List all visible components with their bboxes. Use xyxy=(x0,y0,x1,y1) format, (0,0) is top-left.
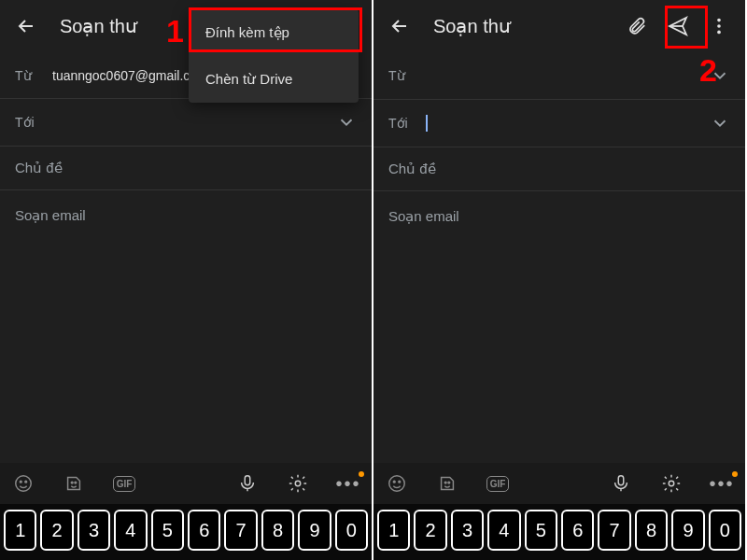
key-5[interactable]: 5 xyxy=(525,510,557,551)
mic-icon[interactable] xyxy=(233,469,261,497)
svg-point-12 xyxy=(399,481,401,483)
key-3[interactable]: 3 xyxy=(451,510,484,551)
key-2[interactable]: 2 xyxy=(414,510,446,551)
key-1[interactable]: 1 xyxy=(377,510,410,551)
more-icon[interactable]: ••• xyxy=(334,469,362,497)
key-6[interactable]: 6 xyxy=(188,510,220,551)
to-label: Tới xyxy=(15,115,52,130)
key-4[interactable]: 4 xyxy=(487,510,520,551)
subject-placeholder: Chủ đề xyxy=(15,160,63,175)
keyboard-number-row: 1 2 3 4 5 6 7 8 9 0 xyxy=(374,504,745,560)
sticker-icon[interactable] xyxy=(60,469,88,497)
svg-point-0 xyxy=(16,476,32,492)
keyboard-toolbar: GIF ••• xyxy=(0,463,372,504)
to-row[interactable]: Tới xyxy=(0,99,372,147)
key-7[interactable]: 7 xyxy=(598,510,630,551)
svg-point-4 xyxy=(75,482,77,483)
svg-rect-15 xyxy=(618,476,624,485)
menu-insert-drive[interactable]: Chèn từ Drive xyxy=(189,56,359,103)
svg-point-9 xyxy=(717,31,721,35)
svg-point-1 xyxy=(20,481,21,483)
keyboard-toolbar: GIF ••• xyxy=(374,463,745,504)
keyboard: GIF ••• 1 2 3 4 5 6 7 8 9 0 xyxy=(0,463,372,560)
key-9[interactable]: 9 xyxy=(671,510,704,551)
subject-input[interactable]: Chủ đề xyxy=(374,147,745,191)
emoji-icon[interactable] xyxy=(383,469,411,497)
menu-attach-file[interactable]: Đính kèm tệp xyxy=(189,9,359,56)
keyboard-number-row: 1 2 3 4 5 6 7 8 9 0 xyxy=(0,504,372,560)
chevron-down-icon[interactable] xyxy=(336,112,357,133)
svg-point-11 xyxy=(393,481,395,483)
svg-point-6 xyxy=(295,481,301,486)
svg-rect-5 xyxy=(245,476,250,485)
key-8[interactable]: 8 xyxy=(635,510,668,551)
compose-left-panel: Soạn thư Từ tuanngoc0607@gmail.cc Tới Ch… xyxy=(0,0,374,560)
subject-input[interactable]: Chủ đề xyxy=(0,147,372,190)
page-title: Soạn thư xyxy=(433,15,603,37)
overflow-icon[interactable] xyxy=(700,7,738,45)
back-icon[interactable] xyxy=(7,7,45,45)
svg-point-16 xyxy=(669,481,674,486)
svg-point-13 xyxy=(444,482,446,483)
topbar: Soạn thư xyxy=(374,0,745,52)
key-9[interactable]: 9 xyxy=(298,510,331,551)
body-input[interactable]: Soạn email xyxy=(374,191,745,242)
from-row[interactable]: Từ xyxy=(374,52,745,100)
key-8[interactable]: 8 xyxy=(261,510,294,551)
body-placeholder: Soạn email xyxy=(388,208,459,224)
attach-popup: Đính kèm tệp Chèn từ Drive xyxy=(189,9,359,103)
more-icon[interactable]: ••• xyxy=(708,469,736,497)
attach-icon[interactable] xyxy=(618,7,655,45)
subject-placeholder: Chủ đề xyxy=(388,161,436,176)
to-value xyxy=(426,115,710,132)
svg-point-3 xyxy=(71,482,73,483)
compose-right-panel: Soạn thư Từ Tới Chủ đề Soạn email xyxy=(374,0,747,560)
send-icon[interactable] xyxy=(659,7,697,45)
key-4[interactable]: 4 xyxy=(114,510,147,551)
gear-icon[interactable] xyxy=(657,469,685,497)
mic-icon[interactable] xyxy=(607,469,635,497)
text-cursor xyxy=(426,115,428,132)
key-1[interactable]: 1 xyxy=(4,510,36,551)
annotation-step1: 1 xyxy=(166,13,184,49)
key-0[interactable]: 0 xyxy=(709,510,741,551)
svg-point-10 xyxy=(389,476,405,492)
back-icon[interactable] xyxy=(381,7,418,45)
chevron-down-icon[interactable] xyxy=(710,113,730,133)
key-5[interactable]: 5 xyxy=(151,510,184,551)
gif-icon[interactable]: GIF xyxy=(110,469,138,497)
from-label: Từ xyxy=(388,68,426,83)
body-placeholder: Soạn email xyxy=(15,207,86,223)
from-label: Từ xyxy=(15,68,52,83)
key-0[interactable]: 0 xyxy=(335,510,368,551)
gif-icon[interactable]: GIF xyxy=(484,469,512,497)
gear-icon[interactable] xyxy=(284,469,312,497)
to-label: Tới xyxy=(388,116,426,131)
svg-point-8 xyxy=(717,24,721,28)
key-2[interactable]: 2 xyxy=(40,510,73,551)
key-6[interactable]: 6 xyxy=(561,510,594,551)
svg-point-7 xyxy=(717,19,721,22)
sticker-icon[interactable] xyxy=(433,469,461,497)
key-3[interactable]: 3 xyxy=(78,510,110,551)
svg-point-2 xyxy=(25,481,27,483)
keyboard: GIF ••• 1 2 3 4 5 6 7 8 9 0 xyxy=(374,463,745,560)
emoji-icon[interactable] xyxy=(9,469,37,497)
annotation-step2: 2 xyxy=(699,52,717,89)
body-input[interactable]: Soạn email xyxy=(0,190,372,241)
svg-point-14 xyxy=(448,482,450,483)
key-7[interactable]: 7 xyxy=(224,510,257,551)
to-row[interactable]: Tới xyxy=(374,100,745,147)
